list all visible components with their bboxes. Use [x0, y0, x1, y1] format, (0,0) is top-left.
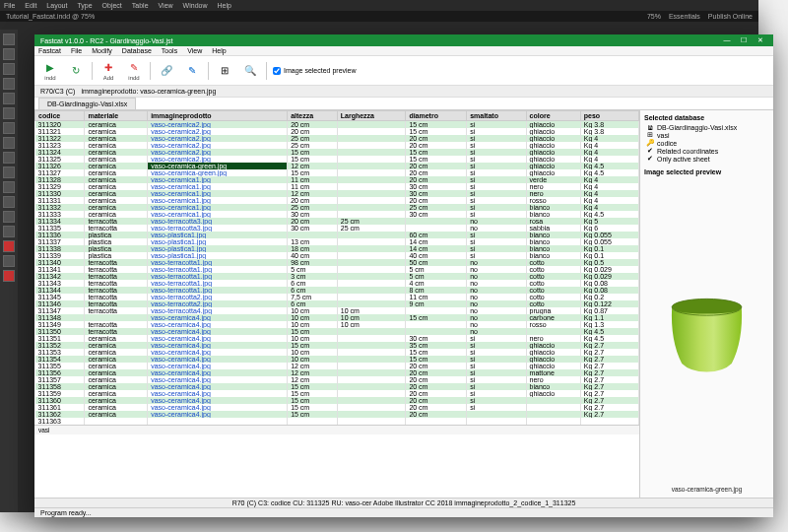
col-diametro[interactable]: diametro	[406, 111, 467, 121]
preview-checkbox[interactable]: Image selected preview	[273, 67, 357, 75]
tool-15[interactable]	[3, 240, 15, 252]
link-button[interactable]: 🔗	[157, 63, 176, 79]
col-altezza[interactable]: altezza	[288, 111, 338, 121]
menu-help[interactable]: Help	[217, 2, 230, 9]
tool-2[interactable]	[3, 48, 15, 60]
tool-12[interactable]	[3, 196, 15, 208]
menu-type[interactable]: Type	[77, 2, 92, 9]
data-grid[interactable]: codicematerialeimmagineprodottoaltezzaLa…	[34, 110, 640, 498]
table-row[interactable]: 311361ceramicavaso-ceramica4.jpg15 cm20 …	[35, 404, 639, 411]
menu-fastcat[interactable]: Fastcat	[38, 47, 61, 54]
menu-database[interactable]: Database	[122, 47, 152, 54]
tool-13[interactable]	[3, 211, 15, 223]
menu-view[interactable]: View	[159, 2, 173, 9]
table-row[interactable]: 311333ceramicavaso-ceramica1.jpg30 cm30 …	[35, 211, 639, 218]
table-row[interactable]: 311321ceramicavaso-ceramica2.jpg20 cm15 …	[35, 128, 639, 135]
table-row[interactable]: 311344terracottavaso-terracotta1.jpg6 cm…	[35, 287, 639, 294]
tool-16[interactable]	[3, 255, 15, 267]
side-item[interactable]: ✔Only active sheet	[644, 155, 769, 163]
col-codice[interactable]: codice	[35, 111, 85, 121]
search-button[interactable]: 🔍	[240, 63, 260, 79]
table-row[interactable]: 311335terracottavaso-terracotta3.jpg30 c…	[35, 225, 639, 232]
table-row[interactable]: 311332ceramicavaso-ceramica1.jpg25 cm25 …	[35, 204, 639, 211]
menu-window[interactable]: Window	[183, 2, 208, 9]
tool-17[interactable]	[3, 270, 15, 282]
table-row[interactable]: 311354ceramicavaso-ceramica4.jpg10 cm15 …	[35, 356, 639, 363]
table-row[interactable]: 311353ceramicavaso-ceramica4.jpg10 cm15 …	[35, 349, 639, 356]
table-row[interactable]: 311360ceramicavaso-ceramica4.jpg15 cm20 …	[35, 397, 639, 404]
col-colore[interactable]: colore	[526, 111, 580, 121]
tool-10[interactable]	[3, 166, 15, 178]
tool-1[interactable]	[3, 33, 15, 45]
table-row[interactable]: 311345terracottavaso-terracotta2.jpg7,5 …	[35, 294, 639, 300]
zoom-level[interactable]: 75%	[647, 13, 661, 20]
refresh-button[interactable]: ↻	[66, 63, 86, 79]
paint-button[interactable]: ✎	[182, 63, 202, 79]
tool-3[interactable]	[3, 63, 15, 75]
bottom-sheet-tab[interactable]: vasi	[34, 425, 639, 434]
table-row[interactable]: 311331ceramicavaso-ceramica1.jpg20 cm20 …	[35, 197, 639, 204]
menu-object[interactable]: Object	[102, 2, 122, 9]
table-row[interactable]: 311340terracottavaso-terracotta1.jpg98 c…	[35, 259, 639, 266]
maximize-button[interactable]: ☐	[737, 36, 751, 44]
table-row[interactable]: 311347terracottavaso-terracotta4.jpg10 c…	[35, 307, 639, 314]
table-row[interactable]: 311326ceramicavaso-ceramica-green.jpg12 …	[35, 163, 639, 169]
table-row[interactable]: 311323ceramicavaso-ceramica2.jpg25 cm20 …	[35, 142, 639, 149]
table-row[interactable]: 311346terracottavaso-terracotta2.jpg6 cm…	[35, 300, 639, 307]
tool-9[interactable]	[3, 152, 15, 164]
table-row[interactable]: 311322ceramicavaso-ceramica2.jpg25 cm20 …	[35, 135, 639, 142]
table-row[interactable]: 311350terracottavaso-ceramica4.jpg15 cmn…	[35, 328, 639, 335]
table-row[interactable]: 311362ceramicavaso-ceramica4.jpg15 cm20 …	[35, 411, 639, 418]
col-Larghezza[interactable]: Larghezza	[337, 111, 406, 121]
menu-help[interactable]: Help	[212, 47, 226, 54]
table-row[interactable]: 311341terracottavaso-terracotta1.jpg5 cm…	[35, 266, 639, 273]
table-row[interactable]: 311339plasticavaso-plastica1.jpg40 cm40 …	[35, 252, 639, 259]
menu-modify[interactable]: Modify	[92, 47, 112, 54]
tool-6[interactable]	[3, 107, 15, 119]
tool-11[interactable]	[3, 181, 15, 193]
table-row[interactable]: 311349terracottavaso-ceramica4.jpg10 cm1…	[35, 321, 639, 328]
menu-edit[interactable]: Edit	[25, 2, 36, 9]
table-row[interactable]: 311343terracottavaso-terracotta1.jpg6 cm…	[35, 280, 639, 287]
table-row[interactable]: 311336plasticavaso-plastica1.jpg60 cmsìb…	[35, 232, 639, 238]
publish-button[interactable]: Publish Online	[708, 13, 753, 20]
table-row[interactable]: 311358ceramicavaso-ceramica4.jpg15 cm20 …	[35, 383, 639, 390]
table-row[interactable]: 311351ceramicavaso-ceramica4.jpg10 cm30 …	[35, 335, 639, 342]
table-row[interactable]: 311324ceramicavaso-ceramica2.jpg15 cm15 …	[35, 149, 639, 156]
indd2-button[interactable]: ✎indd	[124, 59, 144, 82]
table-row[interactable]: 311342terracottavaso-terracotta1.jpg3 cm…	[35, 273, 639, 280]
side-item[interactable]: 🗎DB-Giardinaggio-Vasi.xlsx	[644, 124, 769, 131]
table-row[interactable]: 311320ceramicavaso-ceramica2.jpg20 cm15 …	[35, 121, 639, 129]
tool-14[interactable]	[3, 226, 15, 237]
table-button[interactable]: ⊞	[215, 63, 234, 79]
menu-file[interactable]: File	[71, 47, 82, 54]
minimize-button[interactable]: —	[720, 36, 734, 44]
menu-layout[interactable]: Layout	[46, 2, 67, 9]
col-smaltato[interactable]: smaltato	[467, 111, 526, 121]
col-materiale[interactable]: materiale	[85, 111, 148, 121]
table-row[interactable]: 311356ceramicavaso-ceramica4.jpg12 cm20 …	[35, 369, 639, 376]
table-row[interactable]: 311330ceramicavaso-ceramica1.jpg12 cm30 …	[35, 190, 639, 197]
tool-7[interactable]	[3, 122, 15, 134]
side-item[interactable]: ✔Related coordinates	[644, 147, 769, 155]
side-item[interactable]: 🔑codice	[644, 139, 769, 147]
menu-table[interactable]: Table	[132, 2, 149, 9]
table-row[interactable]: 311359ceramicavaso-ceramica4.jpg15 cm20 …	[35, 390, 639, 397]
menu-view[interactable]: View	[187, 47, 202, 54]
sheet-tab[interactable]: DB-Giardinaggio-Vasi.xlsx	[38, 98, 136, 109]
col-peso[interactable]: peso	[580, 111, 638, 121]
menu-tools[interactable]: Tools	[162, 47, 177, 54]
table-row[interactable]: 311355ceramicavaso-ceramica4.jpg12 cm20 …	[35, 363, 639, 369]
menu-file[interactable]: File	[4, 2, 15, 9]
table-row[interactable]: 311334terracottavaso-terracotta3.jpg20 c…	[35, 218, 639, 225]
indd-button[interactable]: ▶indd	[40, 59, 60, 82]
close-button[interactable]: ✕	[754, 36, 767, 44]
document-tab[interactable]: Tutorial_Fastcat.indd @ 75%	[6, 13, 95, 20]
table-row[interactable]: 311338plasticavaso-plastica1.jpg18 cm14 …	[35, 245, 639, 252]
table-row[interactable]: 311357ceramicavaso-ceramica4.jpg12 cm20 …	[35, 376, 639, 383]
table-row[interactable]: 311363	[35, 418, 639, 425]
add-button[interactable]: ✚Add	[98, 59, 118, 82]
table-row[interactable]: 311348vaso-ceramica4.jpg10 cm10 cm15 cmn…	[35, 314, 639, 321]
col-immagineprodotto[interactable]: immagineprodotto	[148, 111, 288, 121]
table-row[interactable]: 311352ceramicavaso-ceramica4.jpg15 cm35 …	[35, 342, 639, 349]
